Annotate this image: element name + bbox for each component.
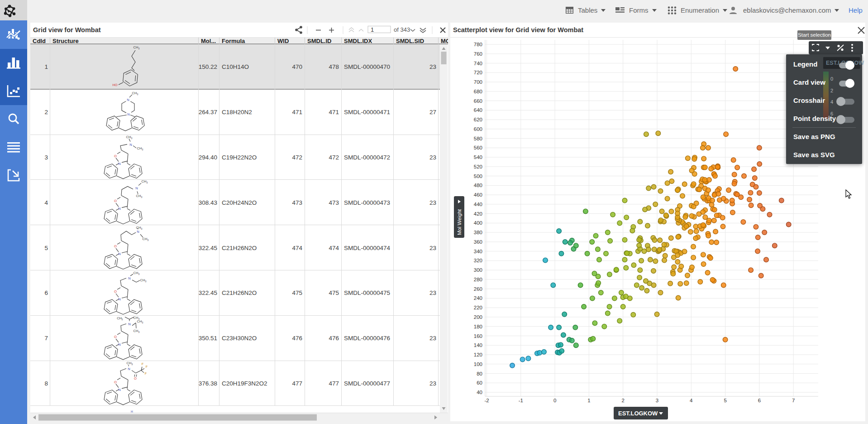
svg-text:180: 180	[474, 324, 482, 329]
svg-text:260: 260	[474, 286, 482, 292]
svg-text:160: 160	[474, 333, 482, 339]
svg-text:2: 2	[621, 398, 624, 403]
svg-text:580: 580	[474, 136, 482, 141]
svg-text:140: 140	[474, 342, 482, 348]
svg-text:1: 1	[587, 398, 590, 403]
svg-text:3: 3	[656, 398, 658, 403]
svg-text:240: 240	[474, 295, 482, 301]
svg-text:EST.LOGKOW: EST.LOGKOW	[618, 410, 658, 417]
svg-text:-2: -2	[484, 398, 489, 403]
svg-text:Mol Weight: Mol Weight	[457, 209, 462, 235]
svg-text:320: 320	[474, 258, 482, 263]
svg-text:5: 5	[724, 398, 726, 403]
svg-text:560: 560	[474, 145, 482, 150]
svg-text:620: 620	[474, 117, 482, 122]
svg-text:740: 740	[474, 61, 482, 66]
svg-text:220: 220	[474, 305, 482, 310]
svg-text:720: 720	[474, 70, 482, 75]
svg-text:520: 520	[474, 164, 482, 169]
svg-text:-1: -1	[519, 398, 523, 403]
svg-text:640: 640	[474, 107, 482, 113]
svg-text:480: 480	[474, 183, 482, 188]
svg-text:600: 600	[474, 126, 482, 132]
svg-text:200: 200	[474, 314, 482, 320]
svg-text:680: 680	[474, 89, 482, 94]
svg-text:40: 40	[477, 390, 482, 395]
svg-text:6: 6	[758, 398, 761, 403]
svg-text:460: 460	[474, 192, 482, 198]
svg-text:100: 100	[474, 361, 482, 367]
svg-text:380: 380	[474, 230, 482, 235]
svg-text:360: 360	[474, 239, 482, 245]
svg-text:1: 1	[371, 26, 374, 33]
svg-text:660: 660	[474, 98, 482, 104]
svg-text:7: 7	[792, 398, 795, 403]
svg-text:280: 280	[474, 277, 482, 282]
svg-text:780: 780	[474, 42, 482, 47]
svg-text:80: 80	[477, 371, 482, 376]
svg-text:4: 4	[690, 398, 693, 403]
svg-text:500: 500	[474, 173, 482, 179]
svg-text:540: 540	[474, 154, 482, 160]
svg-text:340: 340	[474, 249, 482, 254]
svg-text:0: 0	[553, 398, 556, 403]
svg-text:120: 120	[474, 352, 482, 357]
svg-text:420: 420	[474, 211, 482, 217]
svg-text:300: 300	[474, 267, 482, 273]
svg-text:760: 760	[474, 51, 482, 57]
svg-text:400: 400	[474, 220, 482, 226]
svg-text:of 343: of 343	[394, 26, 410, 33]
svg-text:60: 60	[477, 380, 482, 385]
svg-text:700: 700	[474, 79, 482, 85]
svg-text:440: 440	[474, 202, 482, 207]
